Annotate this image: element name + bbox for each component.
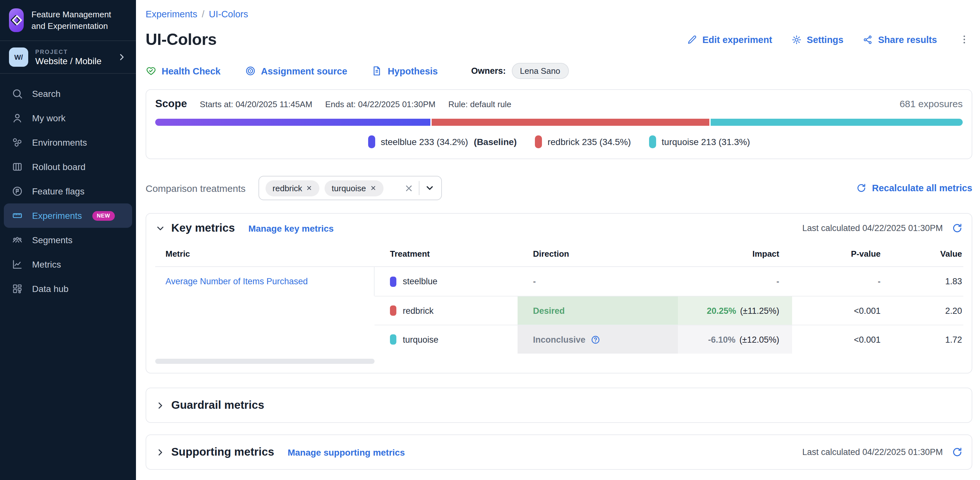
last-calculated: Last calculated 04/22/2025 01:30PM [802, 447, 963, 458]
steelblue-swatch [368, 136, 375, 148]
settings-label: Settings [807, 34, 843, 45]
project-switcher[interactable]: W/ PROJECT Website / Mobile [0, 41, 136, 73]
collapse-chevron-down-icon[interactable] [155, 223, 165, 233]
column-header-direction: Direction [517, 244, 678, 267]
share-icon [862, 34, 873, 45]
refresh-icon[interactable] [952, 447, 963, 458]
share-results-button[interactable]: Share results [862, 34, 937, 45]
manage-supporting-metrics-link[interactable]: Manage supporting metrics [288, 447, 405, 457]
grid-icon [11, 283, 23, 295]
breadcrumb-experiments[interactable]: Experiments [146, 9, 197, 19]
experiment-links-row: Health Check Assignment source Hypothesi… [146, 63, 972, 79]
kebab-menu-icon[interactable] [956, 34, 972, 45]
legend-item-steelblue: steelblue 233 (34.2%) (Baseline) [368, 136, 517, 148]
impact-cell: - [678, 267, 792, 296]
metric-link[interactable]: Average Number of Items Purchased [165, 277, 308, 286]
chevron-down-icon[interactable] [425, 183, 435, 193]
baseline-label: (Baseline) [474, 137, 517, 147]
edit-experiment-label: Edit experiment [702, 34, 772, 45]
clear-selection-icon[interactable] [404, 183, 414, 193]
sidebar-item-feature-flags[interactable]: Feature flags [0, 179, 136, 203]
ruler-icon [11, 210, 23, 222]
selected-pill-turquoise[interactable]: turquoise [325, 180, 383, 196]
key-metrics-header: Key metrics Manage key metrics Last calc… [155, 222, 963, 235]
sidebar-nav: Search My work Environments Rollout boar… [0, 74, 136, 301]
treatment-distribution-bar [155, 119, 963, 126]
column-header-p-value: P-value [792, 244, 888, 267]
turquoise-swatch [390, 334, 396, 344]
expand-chevron-right-icon[interactable] [155, 447, 165, 457]
treatment-legend: steelblue 233 (34.2%) (Baseline) redbric… [155, 136, 963, 148]
edit-experiment-button[interactable]: Edit experiment [687, 34, 772, 45]
exposures-count: 681 exposures [899, 98, 963, 109]
chevron-right-icon [117, 52, 127, 62]
owner-pill[interactable]: Lena Sano [511, 63, 569, 79]
scope-ends: Ends at: 04/22/2025 01:30PM [325, 99, 436, 109]
p-value-cell: <0.001 [792, 296, 888, 325]
impact-percent: 20.25% [707, 306, 736, 316]
manage-key-metrics-link[interactable]: Manage key metrics [248, 223, 334, 233]
impact-cell: 20.25% (±11.25%) [678, 296, 792, 325]
last-calculated-text: Last calculated 04/22/2025 01:30PM [802, 447, 943, 457]
scope-title: Scope [155, 97, 187, 110]
hexagons-icon [11, 137, 23, 148]
last-calculated-text: Last calculated 04/22/2025 01:30PM [802, 223, 943, 233]
sidebar-item-experiments[interactable]: Experiments NEW [4, 203, 132, 228]
title-actions: Edit experiment Settings Share results [687, 34, 972, 45]
remove-turquoise-icon[interactable] [370, 185, 376, 191]
recalculate-all-metrics-button[interactable]: Recalculate all metrics [856, 183, 972, 193]
supporting-metrics-title: Supporting metrics [171, 445, 274, 459]
project-label: PROJECT [35, 48, 101, 55]
settings-button[interactable]: Settings [791, 34, 843, 45]
recalculate-label: Recalculate all metrics [872, 183, 972, 193]
expand-chevron-right-icon[interactable] [155, 400, 165, 410]
sidebar-item-my-work[interactable]: My work [0, 106, 136, 130]
assignment-source-link[interactable]: Assignment source [245, 65, 347, 77]
impact-cell: -6.10% (±12.05%) [678, 325, 792, 354]
scope-card: Scope Starts at: 04/20/2025 11:45AM Ends… [146, 89, 972, 159]
sidebar-item-rollout-board[interactable]: Rollout board [0, 155, 136, 179]
sidebar-item-label: Environments [32, 137, 87, 148]
refresh-icon[interactable] [952, 223, 963, 234]
p-value-cell: - [792, 267, 888, 296]
sidebar-item-metrics[interactable]: Metrics [0, 252, 136, 277]
horizontal-scrollbar[interactable] [155, 359, 375, 364]
flag-circle-icon [11, 185, 23, 197]
bullseye-icon [245, 65, 256, 77]
last-calculated: Last calculated 04/22/2025 01:30PM [802, 223, 963, 234]
treatments-multiselect[interactable]: redbrick turquoise [258, 176, 442, 200]
sidebar-item-label: Rollout board [32, 162, 86, 172]
impact-ci: (±11.25%) [740, 306, 779, 316]
hypothesis-link[interactable]: Hypothesis [372, 65, 438, 77]
column-header-metric: Metric [155, 244, 375, 267]
sidebar-item-search[interactable]: Search [0, 81, 136, 106]
hypothesis-label: Hypothesis [388, 66, 438, 76]
help-icon[interactable] [591, 335, 600, 344]
sidebar-item-environments[interactable]: Environments [0, 130, 136, 155]
key-metrics-title: Key metrics [171, 222, 235, 235]
bar-segment-steelblue [155, 119, 430, 126]
comparison-label: Comparison treatments [146, 183, 246, 193]
sidebar-item-data-hub[interactable]: Data hub [0, 277, 136, 301]
main-content: Experiments / UI-Colors UI-Colors Edit e… [136, 0, 980, 480]
sidebar: Feature Management and Experimentation W… [0, 0, 136, 480]
health-check-label: Health Check [162, 66, 221, 76]
app-window: Feature Management and Experimentation W… [0, 0, 980, 480]
scope-rule: Rule: default rule [448, 99, 511, 109]
selected-pill-redbrick[interactable]: redbrick [266, 180, 320, 196]
breadcrumb-ui-colors[interactable]: UI-Colors [209, 9, 248, 19]
refresh-icon [856, 183, 866, 193]
steelblue-swatch [390, 276, 396, 287]
treatment-cell-turquoise: turquoise [375, 325, 517, 354]
direction-cell: - [517, 267, 678, 296]
sidebar-item-label: Data hub [32, 284, 68, 294]
column-header-value: Value [888, 244, 963, 267]
metric-cell: Average Number of Items Purchased [155, 267, 375, 296]
treatment-name: steelblue [403, 277, 438, 286]
health-check-link[interactable]: Health Check [146, 65, 221, 77]
direction-cell-inconclusive: Inconclusive [517, 325, 678, 354]
sidebar-item-segments[interactable]: Segments [0, 228, 136, 252]
pill-label: turquoise [332, 183, 366, 193]
treatment-name: turquoise [403, 335, 438, 344]
remove-redbrick-icon[interactable] [306, 185, 312, 191]
